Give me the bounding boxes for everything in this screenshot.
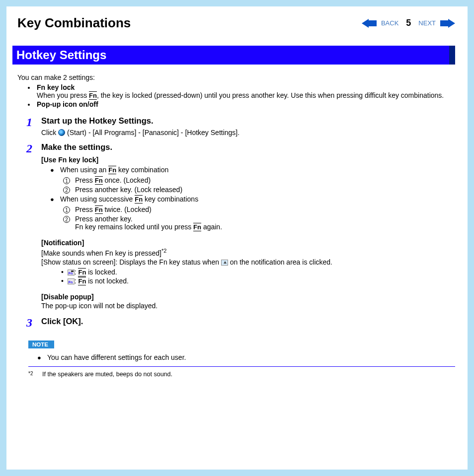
text: Press: [75, 205, 95, 213]
footnote-text: If the speakers are muted, beeps do not …: [42, 371, 172, 378]
text: [Show status on screen]: Displays the Fn…: [41, 258, 221, 266]
status-locked: • Fn: Fn is locked.: [61, 268, 455, 276]
step-title: Start up the Hotkey Settings.: [41, 116, 455, 126]
circled-2-icon: 2: [63, 187, 70, 194]
sub-step: 1 Press Fn twice. (Locked): [63, 205, 455, 213]
next-link[interactable]: NEXT: [418, 19, 436, 27]
sub-step: 2 Press another key. (Lock released): [63, 186, 455, 194]
step-2: 2 Make the settings. [Use Fn key lock] ●…: [20, 142, 455, 311]
tray-arrow-icon: [221, 260, 228, 266]
page-title: Key Combinations: [17, 15, 131, 31]
setting-title: Pop-up icon on/off: [37, 100, 98, 108]
text: Press: [75, 176, 95, 184]
fn-locked-icon: Fn: [68, 270, 75, 275]
svg-marker-1: [440, 19, 455, 28]
bullet-row: ● When using an Fn key combination: [50, 166, 455, 175]
back-arrow-icon[interactable]: [362, 19, 377, 28]
bullet-group: ● When using an Fn key combination 1 Pre…: [50, 166, 455, 231]
setting-fn-key-lock: Fn key lock When you press Fn, the key i…: [35, 83, 455, 99]
text: again.: [201, 223, 222, 231]
text: Fn key remains locked until you press: [75, 223, 193, 231]
status-list: • Fn: Fn is locked. • Fn: Fn is not lock…: [61, 268, 455, 285]
section-heading: Hotkey Settings: [12, 46, 455, 65]
setting-desc-part2: , the key is locked (pressed-down) until…: [97, 91, 444, 99]
svg-marker-0: [362, 19, 377, 28]
text: Click: [41, 129, 58, 136]
note-section: NOTE ● You can have different settings f…: [28, 340, 455, 367]
status-unlocked: • Fn: Fn is not locked.: [61, 277, 455, 285]
text: When using successive: [60, 195, 135, 203]
step-number: 1: [20, 116, 38, 128]
text: key combinations: [143, 195, 198, 203]
step-detail: Click (Start) - [All Programs] - [Panaso…: [41, 129, 455, 136]
step-title: Click [OK].: [41, 317, 455, 326]
footnote: *2 If the speakers are muted, beeps do n…: [28, 371, 455, 378]
sub-heading-notification: [Notification]: [41, 239, 455, 247]
text: Press another key.: [75, 215, 222, 223]
step-number: 2: [20, 142, 38, 154]
step-3: 3 Click [OK].: [20, 317, 455, 329]
text: key combination: [116, 166, 168, 174]
start-menu-icon: [58, 129, 65, 136]
note-label: NOTE: [28, 340, 54, 348]
sub-heading-fn-lock: [Use Fn key lock]: [41, 156, 455, 164]
step-1: 1 Start up the Hotkey Settings. Click (S…: [20, 116, 455, 136]
setting-desc-part1: When you press: [37, 91, 89, 99]
setting-title: Fn key lock: [37, 83, 75, 91]
text: is not locked.: [86, 277, 129, 285]
disable-popup-text: The pop-up icon will not be displayed.: [41, 302, 455, 310]
text: is locked.: [86, 268, 117, 276]
sub-heading-disable-popup: [Disable popup]: [41, 293, 455, 301]
bullet-icon: ●: [50, 195, 55, 204]
page-header: Key Combinations BACK 5 NEXT: [17, 15, 455, 31]
text: [Make sounds when Fn key is pressed]: [41, 249, 161, 257]
bullet-icon: ●: [50, 166, 55, 175]
setting-popup: Pop-up icon on/off: [35, 100, 455, 108]
fn-key-icon: Fn: [89, 91, 97, 100]
step-number: 3: [20, 317, 38, 329]
text: (Start) - [All Programs] - [Panasonic] -…: [65, 129, 239, 136]
text: twice. (Locked): [103, 205, 152, 213]
back-link[interactable]: BACK: [381, 19, 398, 27]
circled-1-icon: 1: [63, 177, 70, 184]
step-title: Make the settings.: [41, 142, 455, 152]
sub-step: 1 Press Fn once. (Locked): [63, 176, 455, 184]
fn-key-icon: Fn: [78, 268, 86, 276]
fn-key-icon: Fn: [95, 205, 103, 214]
note-body: ● You can have different settings for ea…: [28, 353, 455, 362]
circled-1-icon: 1: [63, 206, 70, 213]
fn-key-icon: Fn: [135, 195, 143, 204]
bullet-row: ● When using successive Fn key combinati…: [50, 195, 455, 204]
footnote-ref: *2: [161, 248, 166, 254]
steps-container: 1 Start up the Hotkey Settings. Click (S…: [20, 116, 455, 329]
text: When using an: [60, 166, 108, 174]
circled-2-icon: 2: [63, 216, 70, 223]
bullet-icon: ●: [37, 353, 42, 362]
notification-line1: [Make sounds when Fn key is pressed]*2: [41, 248, 455, 257]
fn-key-icon: Fn: [193, 223, 201, 231]
text: once. (Locked): [103, 176, 151, 184]
text: Press another key. (Lock released): [75, 186, 182, 194]
fn-key-icon: Fn: [108, 166, 116, 174]
fn-unlocked-icon: Fn: [68, 278, 75, 284]
notification-line2: [Show status on screen]: Displays the Fn…: [41, 258, 455, 266]
sub-step: 2 Press another key. Fn key remains lock…: [63, 215, 455, 231]
intro-text: You can make 2 settings:: [17, 73, 455, 81]
fn-key-icon: Fn: [95, 176, 103, 185]
fn-key-icon: Fn: [78, 277, 86, 285]
document-page: Key Combinations BACK 5 NEXT Hotkey Sett…: [6, 6, 468, 470]
footnote-mark: *2: [28, 371, 38, 376]
page-nav: BACK 5 NEXT: [362, 18, 455, 28]
page-number: 5: [406, 18, 411, 28]
note-text: You can have different settings for each…: [47, 353, 186, 361]
text: on the notification area is clicked.: [228, 258, 332, 266]
settings-list: Fn key lock When you press Fn, the key i…: [19, 83, 455, 108]
next-arrow-icon[interactable]: [440, 19, 455, 28]
